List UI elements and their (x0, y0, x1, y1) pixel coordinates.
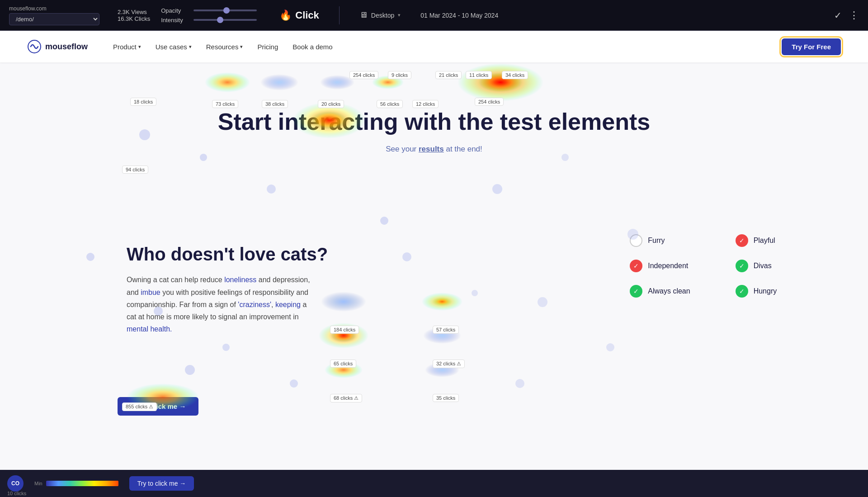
monitor-icon: 🖥 (359, 10, 368, 20)
section-body: Owning a cat can help reduce loneliness … (127, 274, 316, 335)
bottom-logo: CO (7, 475, 24, 492)
topbar-date-range: 01 Mar 2024 - 10 May 2024 (420, 12, 498, 19)
site-cta-area: Try to click me → (118, 397, 198, 416)
try-to-click-me-button[interactable]: Try to click me → (118, 397, 198, 416)
try-for-free-button[interactable]: Try For Free (782, 38, 841, 55)
site-logo[interactable]: mouseflow (27, 39, 88, 54)
hero-subtitle: See your results at the end! (127, 145, 741, 154)
bottom-clicks: 10 clicks (7, 491, 26, 496)
scale-min-label: Min (34, 481, 42, 486)
color-scale: Min (34, 481, 118, 486)
topbar-mode-label: Click (295, 9, 319, 21)
heatmap-area: mouseflow Product ▾ Use cases ▾ Resource… (0, 31, 868, 497)
nav-item-product[interactable]: Product ▾ (106, 39, 148, 54)
opacity-label: Opacity (161, 7, 190, 14)
chevron-down-icon: ▾ (398, 12, 401, 18)
checkbox-divas[interactable]: ✓ Divas (736, 260, 796, 272)
checkbox-playful[interactable]: ✓ Playful (736, 234, 796, 247)
topbar-views: 2.3K Views (118, 9, 150, 15)
device-label: Desktop (371, 12, 394, 19)
intensity-slider[interactable] (193, 19, 257, 21)
topbar: mouseflow.com /demo/ 2.3K Views 16.3K Cl… (0, 0, 868, 31)
opacity-slider[interactable] (193, 9, 257, 11)
use-cases-chevron-icon: ▾ (189, 44, 192, 50)
topbar-clicks: 16.3K Clicks (118, 15, 150, 22)
nav-item-resources[interactable]: Resources ▾ (199, 39, 250, 54)
topbar-site: mouseflow.com (9, 5, 99, 13)
website-content: mouseflow Product ▾ Use cases ▾ Resource… (0, 31, 868, 497)
resources-chevron-icon: ▾ (240, 44, 243, 50)
checkbox-hungry[interactable]: ✓ Hungry (736, 285, 796, 298)
checkbox-independent[interactable]: ✓ Independent (630, 260, 690, 272)
nav-item-pricing[interactable]: Pricing (250, 39, 285, 54)
nav-item-use-cases[interactable]: Use cases ▾ (148, 39, 199, 54)
site-nav: mouseflow Product ▾ Use cases ▾ Resource… (0, 31, 868, 62)
product-chevron-icon: ▾ (138, 44, 141, 50)
bottom-cta-button[interactable]: Try to click me → (129, 476, 194, 491)
topbar-more-icon[interactable]: ⋮ (849, 9, 859, 21)
topbar-check-icon[interactable]: ✓ (834, 10, 842, 21)
bottom-bar: CO Min Try to click me → 10 clicks (0, 470, 868, 497)
mouseflow-logo-icon (27, 39, 42, 54)
site-logo-text: mouseflow (45, 42, 88, 52)
intensity-label: Intensity (161, 17, 190, 24)
checkbox-furry[interactable]: Furry (630, 234, 690, 247)
checkboxes-area: Furry ✓ Playful ✓ Independent ✓ Divas ✓ … (630, 234, 796, 298)
nav-item-book-demo[interactable]: Book a demo (285, 39, 340, 54)
scale-bar (46, 481, 118, 486)
topbar-device[interactable]: 🖥 Desktop ▾ (359, 10, 401, 20)
hero-title: Start interacting with the test elements (127, 108, 741, 136)
fire-icon: 🔥 (279, 9, 292, 21)
checkbox-always-clean[interactable]: ✓ Always clean (630, 285, 690, 298)
topbar-url-select[interactable]: /demo/ (9, 13, 99, 25)
